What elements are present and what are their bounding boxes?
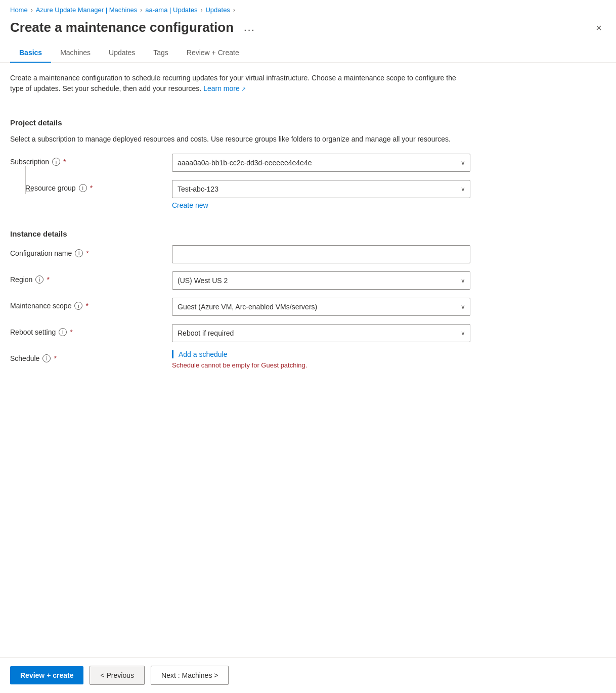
ellipsis-button[interactable]: ... xyxy=(241,21,258,34)
resource-group-select-wrapper: Test-abc-123 ∨ xyxy=(172,180,470,198)
resource-group-required: * xyxy=(90,184,93,192)
breadcrumb-updates[interactable]: Updates xyxy=(205,6,230,14)
reboot-setting-label-col: Reboot setting i * xyxy=(10,324,172,336)
maintenance-scope-label: Maintenance scope xyxy=(10,302,71,310)
resource-group-label-col: Resource group i * xyxy=(10,180,172,192)
schedule-accent-border: Add a schedule xyxy=(172,350,470,358)
config-name-input[interactable] xyxy=(172,245,470,263)
learn-more-link[interactable]: Learn more xyxy=(203,84,246,93)
breadcrumb: Home › Azure Update Manager | Machines ›… xyxy=(0,0,616,18)
project-details-title: Project details xyxy=(10,118,606,127)
tabs-bar: Basics Machines Updates Tags Review + Cr… xyxy=(0,43,616,63)
schedule-row: Schedule i * Add a schedule Schedule can… xyxy=(10,350,606,369)
schedule-required: * xyxy=(54,354,56,362)
maintenance-scope-row: Maintenance scope i * Guest (Azure VM, A… xyxy=(10,298,606,316)
config-name-label-col: Configuration name i * xyxy=(10,245,172,257)
reboot-setting-select-wrapper: Reboot if required ∨ xyxy=(172,324,470,342)
config-name-control xyxy=(172,245,470,263)
config-name-info-icon[interactable]: i xyxy=(75,249,83,257)
resource-group-row: Resource group i * Test-abc-123 ∨ Create… xyxy=(10,180,606,209)
maintenance-scope-label-col: Maintenance scope i * xyxy=(10,298,172,310)
region-label: Region xyxy=(10,275,32,284)
review-create-button[interactable]: Review + create xyxy=(10,666,83,684)
maintenance-scope-info-icon[interactable]: i xyxy=(74,302,82,310)
breadcrumb-aa-ama[interactable]: aa-ama | Updates xyxy=(145,6,197,14)
reboot-setting-label: Reboot setting xyxy=(10,328,56,336)
subscription-required: * xyxy=(63,158,66,166)
add-schedule-link[interactable]: Add a schedule xyxy=(179,350,228,358)
region-label-col: Region i * xyxy=(10,271,172,284)
subscription-row: Subscription i * aaaa0a0a-bb1b-cc2c-dd3d… xyxy=(10,154,606,172)
reboot-setting-select[interactable]: Reboot if required xyxy=(172,324,470,342)
schedule-info-icon[interactable]: i xyxy=(42,354,51,362)
main-content: Create a maintenance configuration to sc… xyxy=(0,73,616,418)
region-control: (US) West US 2 ∨ xyxy=(172,271,470,290)
header: Create a maintenance configuration ... × xyxy=(0,18,616,43)
instance-details-title: Instance details xyxy=(10,229,606,238)
project-details-description: Select a subscription to manage deployed… xyxy=(10,134,465,145)
schedule-label-col: Schedule i * xyxy=(10,350,172,362)
resource-group-select[interactable]: Test-abc-123 xyxy=(172,180,470,198)
previous-button[interactable]: < Previous xyxy=(90,666,145,685)
schedule-label: Schedule xyxy=(10,354,39,362)
resource-group-info-icon[interactable]: i xyxy=(79,184,87,192)
footer: Review + create < Previous Next : Machin… xyxy=(0,657,616,693)
subscription-label-col: Subscription i * xyxy=(10,154,172,166)
maintenance-scope-control: Guest (Azure VM, Arc-enabled VMs/servers… xyxy=(172,298,470,316)
reboot-setting-info-icon[interactable]: i xyxy=(59,328,67,336)
region-select-wrapper: (US) West US 2 ∨ xyxy=(172,271,470,290)
tab-basics[interactable]: Basics xyxy=(10,43,51,63)
subscription-control: aaaa0a0a-bb1b-cc2c-dd3d-eeeeee4e4e4e ∨ xyxy=(172,154,470,172)
page-description: Create a maintenance configuration to sc… xyxy=(10,73,465,94)
region-select[interactable]: (US) West US 2 xyxy=(172,271,470,290)
schedule-error-text: Schedule cannot be empty for Guest patch… xyxy=(172,361,470,369)
create-new-link[interactable]: Create new xyxy=(172,201,470,209)
next-button[interactable]: Next : Machines > xyxy=(151,666,229,685)
tab-review-create[interactable]: Review + Create xyxy=(178,43,248,63)
close-button[interactable]: × xyxy=(592,21,606,35)
subscription-label: Subscription xyxy=(10,158,49,166)
breadcrumb-home[interactable]: Home xyxy=(10,6,28,14)
resource-group-label: Resource group xyxy=(25,184,76,192)
region-row: Region i * (US) West US 2 ∨ xyxy=(10,271,606,290)
tab-tags[interactable]: Tags xyxy=(144,43,178,63)
config-name-row: Configuration name i * xyxy=(10,245,606,263)
schedule-control: Add a schedule Schedule cannot be empty … xyxy=(172,350,470,369)
config-name-label: Configuration name xyxy=(10,249,72,257)
subscription-select[interactable]: aaaa0a0a-bb1b-cc2c-dd3d-eeeeee4e4e4e xyxy=(172,154,470,172)
breadcrumb-update-manager[interactable]: Azure Update Manager | Machines xyxy=(36,6,138,14)
reboot-setting-row: Reboot setting i * Reboot if required ∨ xyxy=(10,324,606,342)
reboot-setting-control: Reboot if required ∨ xyxy=(172,324,470,342)
maintenance-scope-select[interactable]: Guest (Azure VM, Arc-enabled VMs/servers… xyxy=(172,298,470,316)
maintenance-scope-select-wrapper: Guest (Azure VM, Arc-enabled VMs/servers… xyxy=(172,298,470,316)
subscription-info-icon[interactable]: i xyxy=(52,158,60,166)
page-title: Create a maintenance configuration xyxy=(10,20,234,35)
maintenance-scope-required: * xyxy=(85,302,88,310)
tab-machines[interactable]: Machines xyxy=(51,43,100,63)
region-required: * xyxy=(47,275,49,284)
resource-group-control: Test-abc-123 ∨ Create new xyxy=(172,180,470,209)
config-name-required: * xyxy=(86,249,89,257)
region-info-icon[interactable]: i xyxy=(35,275,43,284)
subscription-select-wrapper: aaaa0a0a-bb1b-cc2c-dd3d-eeeeee4e4e4e ∨ xyxy=(172,154,470,172)
reboot-setting-required: * xyxy=(70,328,72,336)
tab-updates[interactable]: Updates xyxy=(100,43,144,63)
